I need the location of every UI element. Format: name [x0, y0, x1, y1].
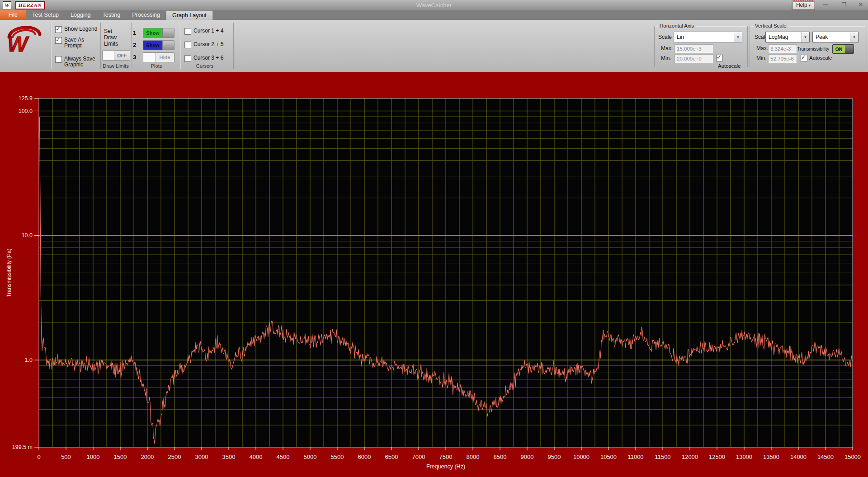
- x-tick-label: 9500: [548, 454, 561, 460]
- peak-value: Peak: [813, 32, 850, 42]
- v-max-input[interactable]: 3.324e-3: [768, 44, 797, 53]
- x-tick-label: 15000: [844, 454, 861, 460]
- peak-dropdown[interactable]: Peak ▾: [812, 32, 859, 42]
- chevron-down-icon[interactable]: ▾: [734, 32, 742, 42]
- x-tick-label: 13000: [736, 454, 752, 460]
- x-axis-title: Frequency (Hz): [426, 463, 465, 470]
- checkbox-cursor-1[interactable]: Cursor 1 + 4: [184, 28, 223, 36]
- plot-number-2: 2: [133, 42, 139, 48]
- x-tick-label: 4500: [277, 454, 290, 460]
- tab-graph-layout[interactable]: Graph Layout: [166, 10, 213, 20]
- help-button[interactable]: Help▾: [793, 1, 814, 9]
- restore-button[interactable]: ❐: [839, 1, 849, 9]
- minimize-button[interactable]: —: [821, 1, 830, 9]
- plot-1-toggle[interactable]: Show: [143, 28, 175, 38]
- x-tick-label: 1000: [87, 454, 100, 460]
- plot-2-toggle[interactable]: Show: [143, 40, 175, 50]
- checkbox[interactable]: [184, 42, 191, 48]
- herzan-w-logo: W: [5, 22, 44, 58]
- toggle-label: OFF: [114, 51, 130, 60]
- check-icon: ✓: [717, 54, 722, 61]
- h-min-input[interactable]: 20.000e+0: [675, 54, 713, 63]
- x-tick-label: 12000: [682, 454, 698, 460]
- ribbon-separator: [233, 23, 234, 69]
- checkbox-always-save-graphic[interactable]: Always Save Graphic: [55, 56, 95, 68]
- chevron-down-icon[interactable]: ▾: [801, 32, 809, 42]
- checkbox[interactable]: ✓: [55, 26, 62, 33]
- check-icon: ✓: [56, 25, 61, 32]
- application-window: W HERZAN WaveCatcher Help▾ — ❐ ✕ FileTes…: [0, 0, 868, 477]
- x-tick-label: 2500: [168, 454, 181, 460]
- v-autoscale-label: Autoscale: [809, 55, 832, 61]
- plot-region: 0500100015002000250030003500400045005000…: [0, 72, 868, 477]
- tab-test-setup[interactable]: Test Setup: [26, 10, 65, 20]
- toggle-knob: [103, 51, 114, 60]
- svg-text:W: W: [7, 32, 29, 56]
- window-title: WaveCatcher: [416, 2, 452, 9]
- checkbox[interactable]: ✓: [716, 55, 723, 61]
- checkbox-label: Cursor 3 + 6: [193, 55, 223, 61]
- checkbox[interactable]: [55, 56, 62, 63]
- plot-number-1: 1: [133, 29, 139, 36]
- transmissibility-toggle[interactable]: ON: [832, 44, 854, 54]
- group-label-cursors: Cursors: [185, 63, 224, 69]
- x-tick-label: 11000: [627, 454, 643, 460]
- checkbox[interactable]: ✓: [55, 37, 62, 44]
- h-max-input[interactable]: 15.000e+3: [675, 44, 713, 53]
- check-icon: ✓: [56, 36, 61, 43]
- x-tick-label: 6500: [385, 454, 398, 460]
- x-tick-label: 3500: [222, 454, 236, 460]
- x-tick-label: 8500: [494, 454, 507, 460]
- toggle-label: Hide: [156, 53, 174, 62]
- checkbox[interactable]: ✓: [801, 55, 807, 61]
- toggle-label: Show: [143, 41, 162, 50]
- plot-number-3: 3: [133, 54, 139, 61]
- checkbox-cursor-3[interactable]: Cursor 3 + 6: [184, 55, 223, 63]
- checkbox-save-as-prompt[interactable]: ✓Save As Prompt: [55, 37, 84, 49]
- checkbox-show-legend[interactable]: ✓Show Legend: [55, 26, 97, 34]
- horizontal-axis-title: Horizontal Axis: [658, 23, 695, 28]
- check-icon: ✓: [801, 54, 806, 61]
- horizontal-axis-group: Horizontal Axis Scale Lin ▾ Max. 15.000e…: [654, 26, 748, 67]
- group-label-draw-limits: Draw Limits: [100, 63, 131, 69]
- h-autoscale-checkbox[interactable]: ✓Autoscale: [716, 55, 747, 71]
- tab-file[interactable]: File: [0, 10, 26, 20]
- checkbox-label: Save As Prompt: [64, 37, 84, 49]
- y-tick-label: 10.0: [22, 232, 33, 238]
- v-max-label: Max.: [756, 45, 768, 51]
- toggle-knob: [143, 53, 156, 62]
- toggle-knob: [162, 28, 174, 37]
- toggle-label: Show: [143, 28, 162, 37]
- close-button[interactable]: ✕: [856, 1, 866, 9]
- titlebar: W HERZAN WaveCatcher Help▾ — ❐ ✕: [0, 0, 868, 11]
- titlebar-separator: [13, 1, 13, 9]
- h-scale-dropdown[interactable]: Lin ▾: [674, 32, 742, 42]
- plot-3-toggle[interactable]: Hide: [143, 52, 175, 62]
- x-tick-label: 7500: [439, 454, 453, 460]
- v-autoscale-checkbox[interactable]: ✓Autoscale: [801, 55, 832, 63]
- v-min-input[interactable]: 52.705e-6: [768, 54, 797, 63]
- checkbox-cursor-2[interactable]: Cursor 2 + 5: [184, 42, 223, 50]
- checkbox-label: Always Save Graphic: [64, 56, 95, 68]
- h-scale-value: Lin: [674, 32, 734, 42]
- h-autoscale-label: Autoscale: [718, 63, 741, 69]
- checkbox[interactable]: [184, 55, 191, 62]
- h-scale-label: Scale: [658, 34, 672, 40]
- tab-logging[interactable]: Logging: [65, 10, 97, 20]
- y-axis-title: Transmissibility (Pa): [6, 248, 12, 297]
- x-tick-label: 10000: [573, 454, 590, 460]
- help-label: Help: [796, 2, 807, 8]
- chevron-down-icon[interactable]: ▾: [850, 32, 858, 42]
- ribbon: W ✓Show Legend✓Save As PromptAlways Save…: [0, 20, 868, 73]
- tab-testing[interactable]: Testing: [97, 10, 127, 20]
- x-tick-label: 14000: [790, 454, 807, 460]
- y-tick-label: 1.0: [25, 357, 33, 363]
- v-scale-dropdown[interactable]: LogMag ▾: [765, 32, 810, 42]
- tab-processing[interactable]: Processing: [126, 10, 166, 20]
- x-tick-label: 9000: [521, 454, 534, 460]
- checkbox[interactable]: [184, 28, 191, 35]
- draw-limits-toggle[interactable]: OFF: [102, 50, 130, 61]
- x-tick-label: 0: [37, 454, 40, 460]
- toggle-knob: [845, 45, 854, 53]
- y-tick-label: 100.0: [19, 108, 33, 114]
